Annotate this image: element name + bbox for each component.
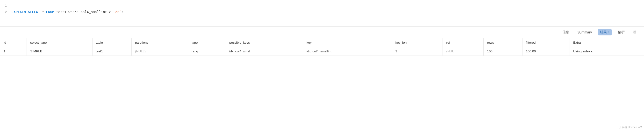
tab-info[interactable]: 信息 bbox=[560, 29, 571, 35]
keyword-explain-select: EXPLAIN SELECT bbox=[12, 10, 40, 14]
table-row: 1 SIMPLE test1 (NULL) rang idx_col4_smal… bbox=[0, 47, 644, 56]
cell-possible-keys: idx_col4_smal bbox=[226, 47, 303, 56]
code-table-where: test1 where col4_smallint > bbox=[54, 10, 113, 14]
table-header-row: id select_type table partitions type pos… bbox=[0, 38, 644, 47]
cell-partitions: (NULL) bbox=[132, 47, 188, 56]
col-possible-keys: possible_keys bbox=[226, 38, 303, 47]
tab-profile[interactable]: 剖析 bbox=[616, 29, 626, 35]
col-key: key bbox=[303, 38, 392, 47]
toolbar-row: 信息 Summary 结果 1 剖析 状 bbox=[0, 27, 644, 38]
cell-key: idx_col4_smallint bbox=[303, 47, 392, 56]
editor-area: 1 2 EXPLAIN SELECT * FROM test1 where co… bbox=[0, 0, 644, 27]
keyword-from: FROM bbox=[46, 10, 54, 14]
cell-filtered: 100.00 bbox=[522, 47, 570, 56]
col-select-type: select_type bbox=[27, 38, 92, 47]
col-partitions: partitions bbox=[132, 38, 188, 47]
col-ref: ref bbox=[443, 38, 484, 47]
cell-extra: Using index c bbox=[570, 47, 644, 56]
cell-rows: 105 bbox=[484, 47, 522, 56]
cell-key-len: 3 bbox=[392, 47, 443, 56]
col-id: id bbox=[0, 38, 27, 47]
code-asterisk: * bbox=[40, 10, 46, 14]
code-semicolon: ; bbox=[121, 10, 123, 14]
tab-summary[interactable]: Summary bbox=[576, 29, 594, 35]
result-table: id select_type table partitions type pos… bbox=[0, 38, 644, 56]
col-extra: Extra bbox=[570, 38, 644, 47]
col-type: type bbox=[188, 38, 226, 47]
line-number-2: 2 bbox=[0, 10, 12, 15]
col-rows: rows bbox=[484, 38, 522, 47]
col-filtered: filtered bbox=[522, 38, 570, 47]
tab-status[interactable]: 状 bbox=[631, 29, 638, 35]
code-string-value: '22' bbox=[113, 10, 121, 14]
editor-line-1: 1 bbox=[0, 3, 644, 9]
cell-table: test1 bbox=[92, 47, 132, 56]
cell-type: rang bbox=[188, 47, 226, 56]
result-table-wrapper: id select_type table partitions type pos… bbox=[0, 38, 644, 56]
line-number-1: 1 bbox=[0, 4, 12, 9]
col-table: table bbox=[92, 38, 132, 47]
tab-result1[interactable]: 结果 1 bbox=[598, 29, 612, 35]
cell-select-type: SIMPLE bbox=[27, 47, 92, 56]
cell-id: 1 bbox=[0, 47, 27, 56]
col-key-len: key_len bbox=[392, 38, 443, 47]
cell-ref: (NUL bbox=[443, 47, 484, 56]
line-content-2: EXPLAIN SELECT * FROM test1 where col4_s… bbox=[12, 10, 123, 15]
editor-line-2: 2 EXPLAIN SELECT * FROM test1 where col4… bbox=[0, 9, 644, 16]
